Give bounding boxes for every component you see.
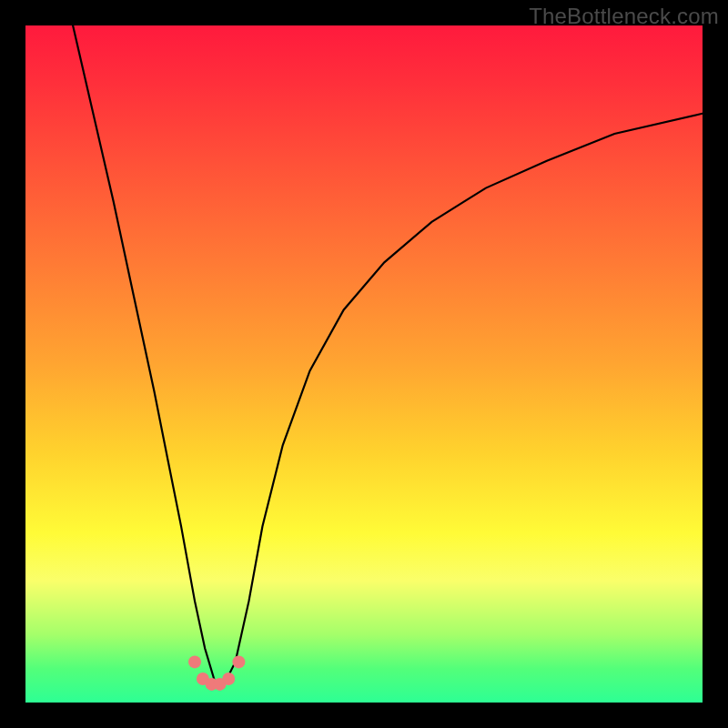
chart-frame: TheBottleneck.com (0, 0, 728, 728)
trough-dot (188, 655, 201, 668)
bottleneck-curve (73, 25, 703, 682)
trough-dot (222, 672, 235, 685)
watermark-text: TheBottleneck.com (529, 4, 719, 29)
trough-dots (188, 655, 245, 691)
curve-layer (25, 25, 703, 703)
trough-dot (232, 655, 245, 668)
plot-area (25, 25, 703, 703)
